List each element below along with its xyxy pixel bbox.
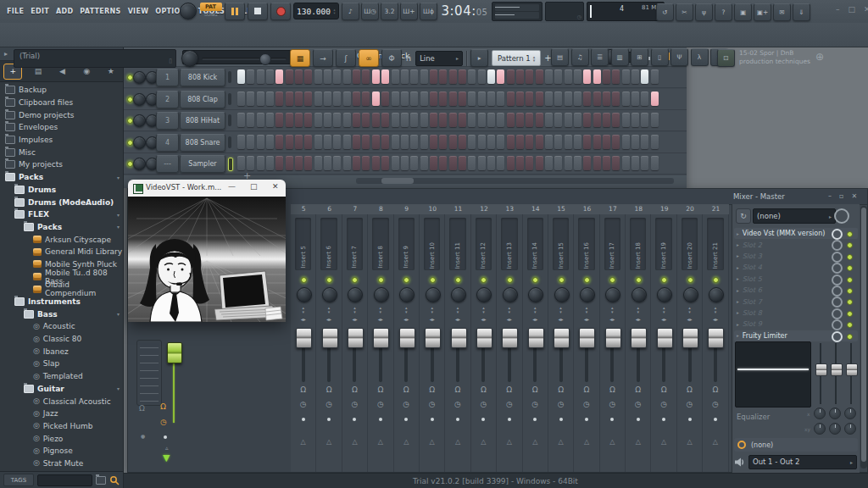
triangle-icon[interactable]: △	[687, 438, 692, 446]
step-cell[interactable]	[286, 156, 293, 170]
step-cell[interactable]	[314, 156, 322, 170]
stereo-sep-arrows[interactable]: ▴▾	[688, 306, 691, 314]
triangle-up-icon[interactable]: ▵	[165, 445, 169, 452]
mixer-track-insert-7[interactable]: Insert 7▴▾◂▸Ω◷△	[342, 214, 368, 472]
triangle-icon[interactable]: △	[430, 438, 435, 446]
mix-level-knob[interactable]	[832, 274, 843, 286]
mixer-track-insert-11[interactable]: Insert 11▴▾◂▸Ω◷△	[445, 214, 470, 472]
channel-led[interactable]	[127, 140, 133, 146]
clock-icon[interactable]: ◷	[712, 400, 719, 408]
step-cell[interactable]	[516, 113, 524, 127]
step-cell[interactable]	[497, 69, 504, 84]
eq-width-knob[interactable]	[829, 423, 841, 435]
track-pan-knob[interactable]	[683, 287, 698, 302]
track-number[interactable]: 14	[523, 204, 548, 214]
step-cell[interactable]	[603, 92, 610, 106]
step-cell[interactable]	[565, 113, 572, 127]
pattern-spinner[interactable]: ▴▾	[533, 55, 536, 62]
track-slot[interactable]: Insert 7	[347, 218, 363, 270]
stereo-sep-arrows[interactable]: ▴▾	[380, 306, 382, 314]
step-cell[interactable]	[497, 92, 504, 106]
step-cell[interactable]	[632, 113, 639, 127]
triangle-icon[interactable]: △	[713, 438, 718, 446]
step-cell[interactable]	[324, 113, 331, 127]
tree-item-my-projects[interactable]: My projects	[0, 158, 123, 171]
triangle-icon[interactable]: △	[532, 438, 537, 446]
step-cell[interactable]	[392, 92, 399, 106]
track-fader-handle[interactable]	[579, 328, 595, 348]
tree-item-jazz[interactable]: ◎Jazz	[0, 408, 123, 420]
eq-display[interactable]	[735, 341, 811, 408]
stereo-sep-arrows[interactable]: ▴▾	[663, 306, 665, 314]
eq-freq-knob[interactable]	[814, 408, 826, 419]
track-number[interactable]: 21	[703, 204, 728, 214]
step-cell[interactable]	[593, 69, 601, 84]
mix-level-knob[interactable]	[832, 252, 843, 263]
chevron-down-icon[interactable]: ▾	[117, 385, 120, 391]
clock-icon[interactable]: ◷	[454, 400, 461, 408]
step-cell[interactable]	[353, 113, 360, 127]
channel-select-peg[interactable]	[228, 114, 231, 126]
minimize-icon[interactable]: –	[836, 5, 840, 14]
track-fader-handle[interactable]	[682, 328, 698, 348]
triangle-icon[interactable]: △	[584, 438, 589, 446]
pan-arrows-icon[interactable]: ◂▸	[584, 316, 589, 322]
track-number[interactable]: 18	[626, 204, 651, 214]
mixer-track-insert-15[interactable]: Insert 15▴▾◂▸Ω◷△	[548, 214, 574, 472]
clock-icon[interactable]: ◷	[160, 418, 167, 426]
step-cell[interactable]	[545, 92, 553, 106]
stereo-sep-arrows[interactable]: ▴▾	[586, 306, 588, 314]
maximize-icon[interactable]: □	[250, 182, 258, 191]
step-cell[interactable]	[459, 92, 466, 106]
tree-item-classic-80[interactable]: ◎Classic 80	[0, 333, 123, 346]
clock-icon[interactable]: ◷	[377, 400, 384, 408]
track-number[interactable]: 8	[368, 204, 393, 214]
step-cell[interactable]	[583, 135, 591, 149]
pan-arrows-icon[interactable]: ◂▸	[713, 316, 718, 322]
track-led[interactable]	[713, 277, 719, 283]
step-cell[interactable]	[651, 135, 659, 149]
save-new-version-button[interactable]: ▣+	[754, 3, 771, 21]
multilink-button[interactable]: Φ	[381, 49, 402, 67]
mix-level-knob[interactable]	[832, 331, 843, 342]
collapse-icon[interactable]: ▸	[4, 50, 8, 58]
step-cell[interactable]	[439, 156, 447, 170]
pan-knob[interactable]	[133, 93, 146, 106]
step-cell[interactable]	[516, 92, 524, 106]
step-cell[interactable]	[295, 135, 303, 149]
triangle-icon[interactable]: △	[455, 438, 460, 446]
step-cell[interactable]	[237, 156, 245, 170]
track-fader-handle[interactable]	[631, 328, 647, 348]
step-cell[interactable]	[362, 92, 370, 106]
step-cell[interactable]	[275, 92, 283, 106]
step-cell[interactable]	[353, 69, 360, 84]
step-cell[interactable]	[459, 69, 466, 84]
step-cell[interactable]	[410, 92, 418, 106]
track-led[interactable]	[326, 277, 332, 283]
pitch-slider[interactable]	[202, 51, 287, 66]
eq-fader-handle[interactable]	[846, 363, 858, 376]
mic-button[interactable]: ψ	[695, 3, 713, 21]
fx-preset-selector[interactable]: (none) ▸	[753, 208, 836, 224]
step-cell[interactable]	[439, 113, 447, 127]
clock-icon[interactable]: ◷	[687, 400, 693, 408]
step-cell[interactable]	[372, 135, 380, 149]
clock-icon[interactable]: ◷	[429, 400, 436, 408]
headphone-icon[interactable]: Ω	[532, 385, 538, 394]
mix-level-knob[interactable]	[832, 297, 843, 308]
step-cell[interactable]	[266, 156, 274, 170]
step-cell[interactable]	[449, 156, 457, 170]
step-cell[interactable]	[286, 92, 293, 106]
tree-item-guitar[interactable]: Guitar▾	[0, 383, 123, 396]
triangle-icon[interactable]: △	[507, 438, 512, 446]
track-pan-knob[interactable]	[348, 287, 363, 302]
step-cell[interactable]	[565, 69, 572, 84]
headphone-icon[interactable]: Ω	[403, 385, 409, 394]
step-cell[interactable]	[468, 69, 476, 84]
step-cell[interactable]	[362, 156, 370, 170]
search-input[interactable]	[37, 474, 92, 486]
fx-slot-10[interactable]: ▸Fruity Limiter	[734, 330, 858, 341]
menu-file[interactable]: FILE	[7, 8, 24, 15]
track-led[interactable]	[636, 277, 642, 283]
fx-enable-led[interactable]	[847, 231, 853, 237]
